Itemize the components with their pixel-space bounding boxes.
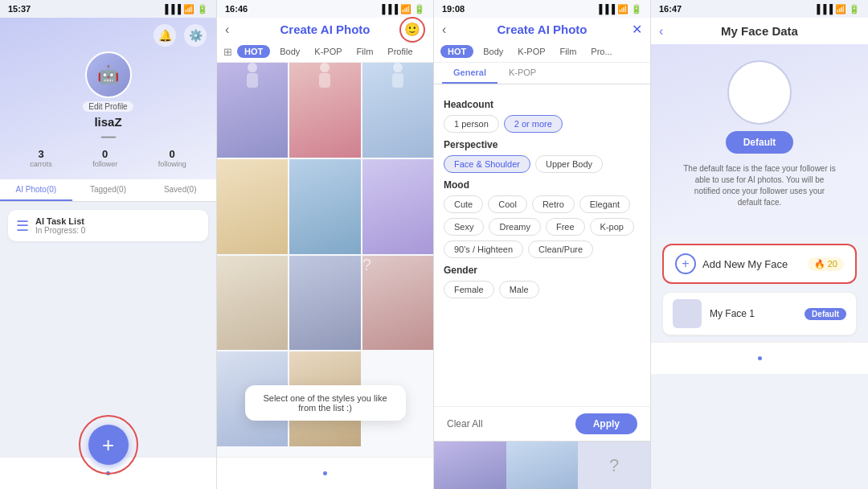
photo-cell-5[interactable]: [289, 159, 360, 254]
filter-tab-kpop[interactable]: K-POP: [497, 63, 547, 84]
add-button-fab[interactable]: +: [88, 425, 129, 465]
signal-icon-2: ▐▐▐: [379, 4, 398, 14]
coin-amount: 20: [828, 259, 837, 269]
status-bar-3: 19:08 ▐▐▐ 📶 🔋: [434, 0, 650, 18]
battery-icon-2: 🔋: [414, 4, 425, 14]
tag-profile[interactable]: Profile: [383, 45, 417, 58]
filter-icon: ⊞: [223, 46, 232, 58]
tag-kpop[interactable]: K-POP: [309, 45, 346, 58]
tab-ai-photo[interactable]: AI Photo(0): [0, 179, 72, 201]
time-1: 15:37: [8, 4, 31, 14]
face-data-header: ‹ My Face Data: [651, 18, 868, 44]
status-bar-2: 16:46 ▐▐▐ 📶 🔋: [217, 0, 433, 18]
photo-cell-9[interactable]: ?: [362, 256, 433, 351]
chip-male[interactable]: Male: [499, 281, 539, 298]
create-photo-header: ‹ Create AI Photo 🙂: [217, 18, 433, 41]
bottom-nav-2: [217, 457, 433, 489]
photo-cell-2[interactable]: [289, 63, 360, 158]
headcount-chips: 1 person 2 or more: [444, 115, 641, 133]
chip-cool[interactable]: Cool: [488, 195, 527, 213]
question-card: Select one of the styles you like from t…: [245, 385, 406, 421]
notification-icon[interactable]: 🔔: [154, 24, 176, 47]
filter-tab-general[interactable]: General: [442, 63, 497, 84]
face-avatar-area: Default The default face is the face you…: [651, 44, 868, 237]
category-nav: HOT Body K-POP Film Pro...: [434, 41, 650, 63]
back-button-3[interactable]: ‹: [442, 23, 446, 37]
perspective-title: Perspective: [444, 139, 641, 150]
photo-cell-6[interactable]: [362, 159, 433, 254]
chip-2ormore[interactable]: 2 or more: [504, 115, 563, 133]
cat-film[interactable]: Film: [555, 45, 582, 58]
stat-carrots: 3 carrots: [30, 148, 52, 168]
chip-kpop-mood[interactable]: K-pop: [590, 218, 634, 236]
close-filter-button[interactable]: ✕: [632, 22, 642, 37]
screen-create-photo-grid: 16:46 ▐▐▐ 📶 🔋 ‹ Create AI Photo 🙂 ⊞ HOT …: [217, 0, 434, 489]
chip-free[interactable]: Free: [546, 218, 585, 236]
status-bar-1: 15:37 ▐▐▐ 📶 🔋: [0, 0, 216, 18]
bottom-nav-4: [651, 342, 868, 374]
tab-saved[interactable]: Saved(0): [144, 179, 216, 201]
screen-profile: 15:37 ▐▐▐ 📶 🔋 🔔 ⚙️ 🤖 Edit Profile lisaZ …: [0, 0, 217, 489]
chip-elegant[interactable]: Elegant: [579, 195, 630, 213]
cat-hot[interactable]: HOT: [440, 45, 473, 58]
face-data-icon-button[interactable]: 🙂: [399, 17, 425, 43]
add-icon: +: [102, 433, 114, 458]
task-text: AI Task List In Progress: 0: [35, 216, 85, 235]
default-face-tag: Default: [805, 308, 846, 320]
chip-1person[interactable]: 1 person: [444, 115, 499, 133]
chip-dreamy[interactable]: Dreamy: [489, 218, 541, 236]
chip-90s[interactable]: 90's / Highteen: [444, 240, 523, 258]
cat-kpop[interactable]: K-POP: [513, 45, 550, 58]
username: lisaZ: [94, 115, 121, 129]
battery-icon: 🔋: [197, 4, 208, 14]
chip-face-shoulder[interactable]: Face & Shoulder: [444, 155, 530, 173]
mood-chips: Cute Cool Retro Elegant Sexy Dreamy Free…: [444, 195, 641, 258]
face-data-title: My Face Data: [721, 24, 798, 38]
battery-icon-4: 🔋: [849, 4, 860, 14]
status-icons-2: ▐▐▐ 📶 🔋: [379, 4, 425, 14]
coin-icon: 🔥: [814, 259, 825, 269]
tag-body[interactable]: Body: [275, 45, 305, 58]
photo-cell-8[interactable]: [289, 256, 360, 351]
status-icons-3: ▐▐▐ 📶 🔋: [596, 4, 642, 14]
profile-tabs: AI Photo(0) Tagged(0) Saved(0): [0, 179, 216, 202]
screen-face-data: 16:47 ▐▐▐ 📶 🔋 ‹ My Face Data Default The…: [651, 0, 868, 489]
default-face-button[interactable]: Default: [726, 131, 794, 154]
chip-female[interactable]: Female: [444, 281, 494, 298]
face-list-item-1[interactable]: My Face 1 Default: [662, 292, 857, 335]
apply-button[interactable]: Apply: [575, 413, 637, 434]
chip-cute[interactable]: Cute: [444, 195, 483, 213]
back-button-4[interactable]: ‹: [659, 24, 663, 39]
following-label: following: [158, 160, 186, 168]
follower-label: follower: [92, 160, 117, 168]
profile-top-icons: 🔔 ⚙️: [10, 24, 207, 47]
photo-cell-7[interactable]: [217, 256, 288, 351]
settings-icon[interactable]: ⚙️: [184, 24, 207, 47]
chip-sexy[interactable]: Sexy: [444, 218, 484, 236]
face-name-1: My Face 1: [710, 308, 796, 319]
filter-screen-header: ‹ Create AI Photo ✕: [434, 18, 650, 41]
mini-photo-question: ?: [578, 442, 650, 489]
back-button[interactable]: ‹: [225, 23, 229, 37]
time-3: 19:08: [442, 4, 465, 14]
signal-icon-4: ▐▐▐: [814, 4, 833, 14]
photo-cell-3[interactable]: [362, 63, 433, 158]
cat-pro[interactable]: Pro...: [586, 45, 616, 58]
chip-retro[interactable]: Retro: [532, 195, 575, 213]
question-text: Select one of the styles you like from t…: [263, 393, 387, 413]
chip-upper-body[interactable]: Upper Body: [535, 155, 603, 173]
tab-tagged[interactable]: Tagged(0): [72, 179, 145, 201]
user-subtitle: ━━━: [101, 133, 116, 142]
photo-cell-1[interactable]: [217, 63, 288, 158]
cat-body[interactable]: Body: [478, 45, 508, 58]
edit-profile-button[interactable]: Edit Profile: [83, 101, 133, 112]
filter-row: ⊞ HOT Body K-POP Film Profile: [217, 41, 433, 63]
photo-cell-4[interactable]: [217, 159, 288, 254]
tag-hot[interactable]: HOT: [237, 45, 270, 58]
tag-film[interactable]: Film: [352, 45, 379, 58]
add-face-card[interactable]: + Add New My Face 🔥 20: [662, 244, 857, 284]
chip-clean[interactable]: Clean/Pure: [528, 240, 593, 258]
clear-all-button[interactable]: Clear All: [447, 418, 483, 429]
coin-badge: 🔥 20: [808, 257, 844, 271]
battery-icon-3: 🔋: [631, 4, 642, 14]
